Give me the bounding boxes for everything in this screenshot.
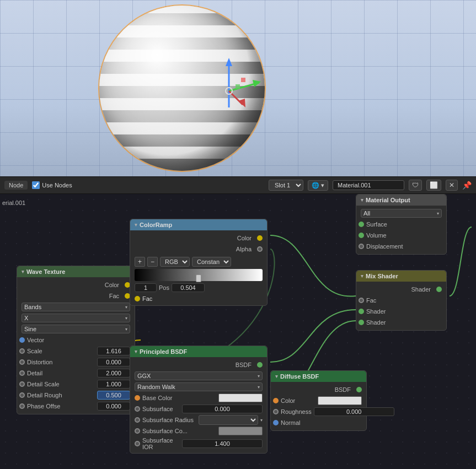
colorramp-remove-btn[interactable]: −: [147, 257, 158, 267]
material-name-input[interactable]: [333, 180, 404, 190]
colorramp-fac-label: Fac: [142, 295, 152, 302]
principled-base-color-swatch[interactable]: [218, 393, 263, 402]
principled-subsurface-label: Subsurface: [142, 406, 180, 412]
colorramp-interp-select[interactable]: RGB: [160, 257, 190, 267]
diffuse-roughness-input[interactable]: [314, 407, 394, 416]
diffuse-color-swatch[interactable]: [318, 396, 362, 405]
diffuse-normal-socket[interactable]: [273, 420, 279, 425]
colorramp-collapse-arrow[interactable]: ▾: [135, 222, 137, 228]
principled-subsurface-radius-select[interactable]: [199, 415, 258, 425]
wave-vector-socket[interactable]: [19, 337, 25, 343]
principled-collapse-arrow[interactable]: ▾: [135, 349, 137, 354]
principled-subsurface-co-swatch[interactable]: [218, 427, 263, 435]
principled-bsdf-output: BSDF: [130, 359, 267, 370]
wave-detail-socket[interactable]: [19, 370, 25, 376]
diffuse-roughness-socket[interactable]: [273, 409, 279, 414]
principled-subsurface-input[interactable]: [182, 405, 263, 413]
wave-distortion-socket[interactable]: [19, 359, 25, 365]
material-output-collapse-arrow[interactable]: ▾: [361, 197, 363, 203]
colorramp-controls: + − RGB Constan: [135, 257, 263, 267]
transform-gizmo: [207, 52, 262, 118]
mix-shader2-socket[interactable]: [359, 320, 364, 325]
wave-distortion-row: Distortion: [17, 357, 135, 368]
colorramp-fac-socket[interactable]: [135, 296, 140, 301]
diffuse-collapse-arrow[interactable]: ▾: [275, 374, 278, 379]
colorramp-pos-row: Pos: [135, 283, 263, 292]
wave-bands-row: Bands ▾: [17, 301, 135, 312]
principled-ggx-select[interactable]: GGX: [135, 371, 263, 380]
copy-icon-button[interactable]: ⬜: [426, 180, 441, 191]
principled-base-color-socket[interactable]: [135, 395, 140, 401]
principled-subsurface-socket[interactable]: [135, 406, 140, 412]
node-button[interactable]: Node: [4, 181, 28, 190]
wave-bands-select[interactable]: Bands: [22, 303, 130, 311]
wave-phase-offse-socket[interactable]: [19, 403, 25, 409]
material-volume-socket[interactable]: [359, 233, 364, 238]
wave-phase-offse-input[interactable]: [97, 402, 130, 411]
mix-shader-out-label: Shader: [411, 286, 431, 293]
mix-fac-socket[interactable]: [359, 298, 364, 303]
principled-subsurface-co-socket[interactable]: [135, 428, 140, 434]
svg-marker-1: [226, 58, 232, 66]
slot-select[interactable]: Slot 1: [269, 180, 303, 191]
colorramp-mode-select[interactable]: Constan: [192, 257, 231, 267]
wave-collapse-arrow[interactable]: ▾: [22, 269, 24, 274]
principled-bsdf-header: ▾ Principled BSDF: [130, 346, 267, 357]
wave-detail-rough-socket[interactable]: [19, 392, 25, 398]
colorramp-fac-row: Fac: [130, 294, 267, 303]
principled-subsurface-ior-socket[interactable]: [135, 441, 140, 446]
colorramp-body: + − RGB Constan Pos: [130, 255, 267, 294]
wave-scale-socket[interactable]: [19, 348, 25, 354]
diffuse-bsdf-node: ▾ Diffuse BSDF BSDF Color Roughness: [270, 370, 367, 431]
wave-distortion-input[interactable]: [97, 358, 130, 366]
globe-button[interactable]: 🌐 ▾: [308, 180, 328, 191]
mix-shader-out-socket[interactable]: [436, 287, 442, 292]
mix-shader1-socket[interactable]: [359, 309, 364, 314]
wave-phase-offse-row: Phase Offse: [17, 401, 135, 412]
principled-bsdf-socket[interactable]: [257, 362, 263, 368]
principled-subsurface-ior-label: Subsurface IOR: [142, 437, 180, 450]
mix-shader-node: ▾ Mix Shader Shader Fac Shader Shader: [356, 270, 447, 331]
wave-detail-input[interactable]: [97, 369, 130, 378]
colorramp-add-btn[interactable]: +: [135, 257, 145, 267]
wave-detail-scale-socket[interactable]: [19, 381, 25, 387]
principled-subsurface-ior-row: Subsurface IOR: [130, 436, 267, 451]
wave-scale-input[interactable]: [97, 347, 130, 355]
pin-button[interactable]: 📌: [462, 181, 472, 190]
colorramp-alpha-output: Alpha: [130, 244, 267, 255]
globe-arrow: ▾: [321, 182, 324, 189]
shield-icon-button[interactable]: 🛡: [409, 180, 422, 191]
principled-ggx-row: GGX ▾: [130, 370, 267, 381]
mix-shader-collapse-arrow[interactable]: ▾: [361, 273, 363, 279]
colorramp-stop[interactable]: [196, 274, 201, 282]
colorramp-color-socket[interactable]: [257, 235, 263, 241]
principled-subsurface-ior-input[interactable]: [182, 439, 263, 448]
material-volume-label: Volume: [366, 232, 442, 239]
wave-sine-select[interactable]: Sine: [22, 325, 130, 333]
use-nodes-toggle[interactable]: Use Nodes: [32, 181, 72, 189]
material-displacement-socket[interactable]: [359, 244, 364, 249]
wave-detail-scale-input[interactable]: [97, 380, 130, 389]
diffuse-bsdf-socket[interactable]: [356, 387, 362, 392]
viewport-3d[interactable]: [0, 0, 476, 176]
close-icon-button[interactable]: ✕: [446, 180, 458, 191]
material-surface-socket[interactable]: [359, 222, 364, 227]
colorramp-alpha-socket[interactable]: [257, 246, 263, 252]
colorramp-color-output: Color: [130, 233, 267, 244]
colorramp-pos-value[interactable]: [172, 283, 205, 292]
wave-sine-row: Sine ▾: [17, 324, 135, 335]
colorramp-stop-index[interactable]: [135, 283, 157, 292]
wave-x-select[interactable]: X: [22, 314, 130, 322]
wave-detail-rough-input[interactable]: [97, 391, 130, 400]
diffuse-bsdf-title: Diffuse BSDF: [280, 373, 319, 380]
wave-phase-offse-label: Phase Offse: [27, 403, 95, 409]
mix-fac-row: Fac: [356, 295, 446, 306]
principled-randomwalk-select[interactable]: Random Walk: [135, 382, 263, 391]
node-editor[interactable]: erial.001 ▾ Wave Texture Color Fac: [0, 194, 476, 469]
use-nodes-checkbox[interactable]: [32, 181, 40, 189]
principled-subsurface-radius-socket[interactable]: [135, 417, 140, 423]
material-output-target-select[interactable]: All: [361, 209, 442, 218]
diffuse-color-socket[interactable]: [273, 398, 279, 403]
colorramp-gradient-bar[interactable]: [135, 269, 263, 281]
wave-detail-scale-label: Detail Scale: [27, 381, 95, 387]
